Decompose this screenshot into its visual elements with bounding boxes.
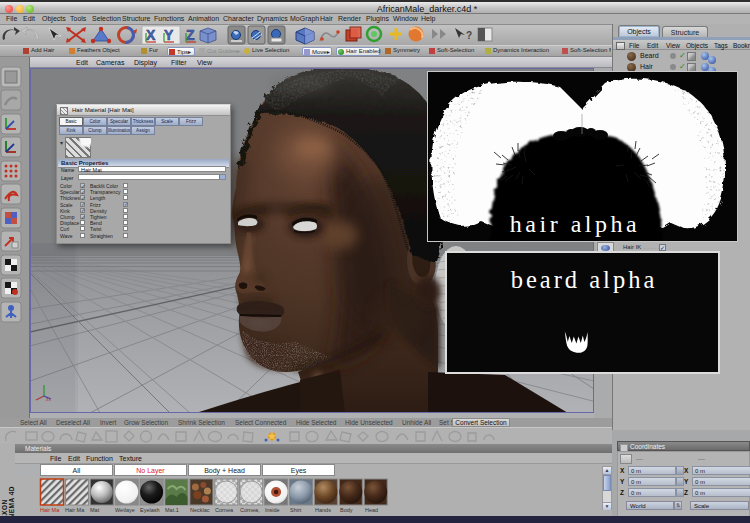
svg-text:Cornea: Cornea [215, 507, 234, 513]
svg-text:Hands: Hands [315, 507, 331, 513]
svg-text:Y: Y [164, 27, 174, 43]
svg-text:X: X [146, 27, 156, 43]
svg-text:Cornea,: Cornea, [240, 507, 260, 513]
svg-text:Z: Z [186, 27, 195, 43]
svg-text:Hair Ma: Hair Ma [40, 507, 60, 513]
svg-text:Head: Head [365, 507, 378, 513]
svg-text:Mat.1: Mat.1 [165, 507, 179, 513]
svg-text:Body: Body [340, 507, 353, 513]
svg-text:beard alpha: beard alpha [511, 266, 658, 293]
svg-text:hair alpha: hair alpha [510, 211, 640, 237]
svg-text:Necklac: Necklac [190, 507, 210, 513]
svg-text:Hair Ma: Hair Ma [65, 507, 85, 513]
svg-text:?: ? [466, 30, 472, 41]
svg-text:Wetlaye: Wetlaye [115, 507, 135, 513]
svg-text:Mat: Mat [90, 507, 100, 513]
svg-text:Shirt: Shirt [290, 507, 302, 513]
svg-text:Inside: Inside [265, 507, 280, 513]
svg-text:Eyelash: Eyelash [140, 507, 160, 513]
